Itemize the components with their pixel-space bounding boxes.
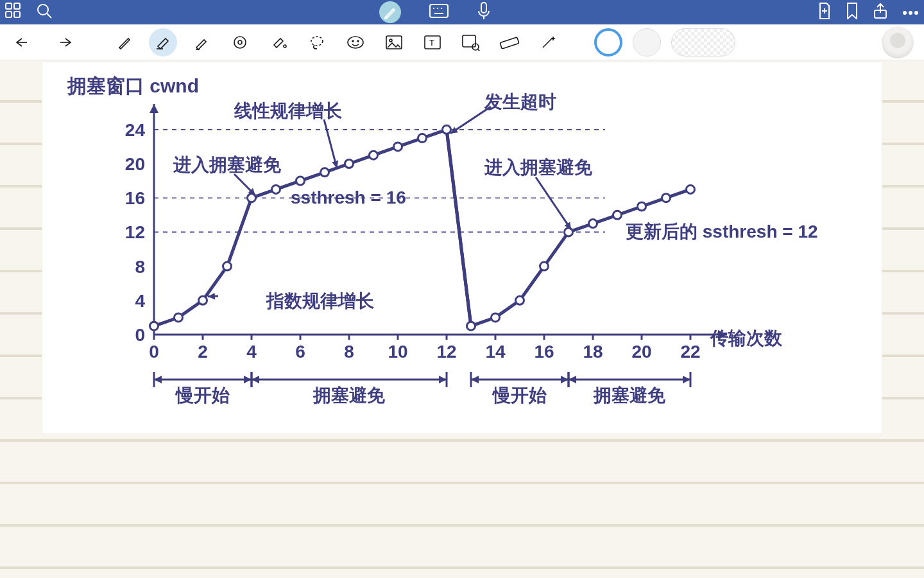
y-tick: 0 [135,325,145,345]
svg-rect-2 [6,12,12,17]
svg-point-20 [234,37,246,48]
x-tick: 12 [436,342,456,362]
svg-marker-74 [439,376,447,383]
svg-point-22 [284,45,286,48]
x-tick: 14 [485,342,506,362]
data-point [589,220,597,228]
search-icon[interactable] [36,3,53,22]
lasso-tool[interactable] [303,28,331,57]
annot-ssthresh-2: 更新后的 ssthresh = 12 [626,220,818,244]
data-point [467,322,475,330]
svg-marker-84 [683,376,690,383]
redo-button[interactable] [49,28,77,57]
share-icon[interactable] [873,3,888,22]
data-point [394,143,402,151]
svg-point-21 [238,40,242,44]
x-tick: 16 [534,342,554,362]
svg-rect-0 [6,3,12,9]
annot-ssthresh-1: ssthresh = 16 [291,188,406,208]
undo-button[interactable] [10,28,38,57]
svg-marker-68 [154,376,162,383]
x-tick: 18 [583,342,603,362]
x-tick: 6 [295,342,305,362]
svg-line-63 [536,177,571,229]
bookmark-icon[interactable] [846,3,859,22]
data-point [516,296,524,304]
x-tick: 20 [631,342,651,362]
annot-enter-avoid-2: 进入拥塞避免 [484,155,592,180]
y-tick: 4 [135,291,145,311]
data-point [321,168,329,177]
text-tool[interactable]: T [418,28,447,57]
sticker-tool[interactable] [341,28,370,57]
image-search-tool[interactable] [457,28,485,57]
svg-rect-31 [463,35,475,47]
image-tool[interactable] [380,28,408,57]
phase-label: 慢开始 [175,385,230,405]
apps-icon[interactable] [5,3,22,22]
eraser-tool[interactable] [149,28,177,57]
data-point [492,313,500,322]
svg-point-16 [903,12,906,14]
y-tick: 12 [125,222,145,242]
shape-tool[interactable] [226,28,254,57]
new-page-icon[interactable] [817,3,832,22]
cwnd-chart: 024681012141618202204812162024慢开始拥塞避免慢开始… [42,62,882,434]
chart-canvas: 024681012141618202204812162024慢开始拥塞避免慢开始… [42,62,882,434]
y-tick: 16 [125,188,145,208]
user-avatar[interactable] [882,26,914,58]
ruler-tool[interactable] [495,28,524,57]
svg-point-28 [389,39,392,42]
annot-timeout: 发生超时 [484,90,556,114]
data-point [613,211,622,219]
svg-rect-6 [430,4,448,17]
mic-icon[interactable] [477,2,491,22]
annot-exp-growth: 指数规律增长 [266,289,374,313]
svg-line-5 [47,13,51,18]
svg-rect-1 [14,3,20,9]
data-point [687,185,695,193]
data-point [223,262,232,270]
color-swatch-transparent[interactable] [671,28,735,57]
x-tick: 8 [344,342,354,362]
note-page: 024681012141618202204812162024慢开始拥塞避免慢开始… [0,60,924,578]
y-tick: 24 [125,120,146,140]
pen-tool[interactable] [110,28,139,57]
svg-point-24 [348,37,363,48]
svg-marker-79 [561,376,569,383]
highlighter-tool[interactable] [187,28,216,57]
svg-marker-69 [244,376,252,383]
svg-rect-3 [14,12,20,17]
magic-tool[interactable] [534,28,562,57]
x-tick: 0 [149,342,159,362]
data-point [175,313,183,322]
keyboard-icon[interactable] [429,4,449,21]
svg-line-33 [478,49,480,51]
drawing-toolbar: T [0,24,924,60]
svg-marker-83 [569,376,576,383]
more-icon[interactable] [902,6,919,18]
annot-linear: 线性规律增长 [234,99,342,123]
svg-marker-73 [252,376,259,383]
color-swatch-2[interactable] [633,28,661,57]
y-axis-label: 拥塞窗口 cwnd [67,73,199,100]
y-tick: 20 [125,154,145,174]
phase-label: 拥塞避免 [312,385,386,405]
svg-point-4 [38,4,48,15]
data-point [540,262,549,270]
data-point [662,194,671,202]
data-point [443,125,451,134]
svg-point-26 [357,40,359,42]
app-header [0,0,924,24]
data-point [272,185,280,193]
svg-rect-34 [500,37,519,48]
pen-mode-icon[interactable] [379,1,401,23]
fill-tool[interactable] [264,28,293,57]
annot-enter-avoid-1: 进入拥塞避免 [173,153,281,177]
color-swatch-1[interactable] [594,28,622,57]
svg-point-17 [909,12,912,14]
data-point [418,134,427,143]
x-tick: 10 [388,342,407,362]
svg-text:T: T [429,38,434,48]
phase-label: 慢开始 [492,385,547,405]
